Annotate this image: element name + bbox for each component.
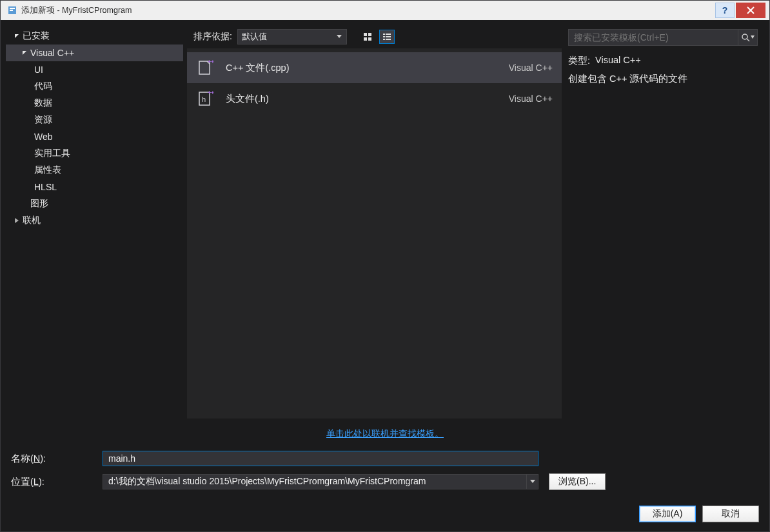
svg-marker-5 [15,34,19,38]
svg-text:++: ++ [208,90,213,96]
location-input[interactable] [103,474,527,489]
svg-rect-13 [383,34,385,35]
template-item-header[interactable]: h++ 头文件(.h) Visual C++ [187,83,562,114]
template-lang: Visual C++ [509,94,553,104]
template-toolbar: 排序依据: 默认值 [187,25,562,48]
type-value: Visual C++ [595,55,641,67]
location-dropdown[interactable] [527,474,538,489]
cpp-file-icon: ++ [196,59,214,77]
svg-point-24 [742,34,747,39]
add-button[interactable]: 添加(A) [639,506,696,522]
h-file-icon: h++ [196,90,214,108]
tree-child-data[interactable]: 数据 [6,95,183,112]
svg-marker-7 [15,218,19,223]
sort-value: 默认值 [242,31,267,43]
add-new-item-dialog: 添加新项 - MyFristCPromgram ? 已安装 Visual C++… [0,0,770,532]
tree-label: 属性表 [34,164,61,176]
caret-down-icon [12,33,21,39]
svg-rect-15 [383,36,385,37]
template-name: 头文件(.h) [226,93,497,105]
search-button[interactable] [738,29,758,46]
tree-child-resource[interactable]: 资源 [6,112,183,128]
view-grid-button[interactable] [360,30,375,44]
cancel-button[interactable]: 取消 [702,506,759,522]
svg-rect-17 [383,39,385,40]
search-input[interactable] [568,29,738,46]
template-lang: Visual C++ [509,63,553,73]
svg-text:++: ++ [208,59,213,65]
tree-label: 代码 [34,81,52,92]
svg-rect-12 [368,37,371,41]
svg-line-25 [747,39,749,41]
tree-child-props[interactable]: 属性表 [6,162,183,179]
tree-label: Web [34,132,53,142]
tree-installed[interactable]: 已安装 [6,28,183,44]
tree-child-code[interactable]: 代码 [6,78,183,95]
svg-rect-2 [10,10,13,11]
category-tree: 已安装 Visual C++ UI 代码 数据 资源 Web 实用工具 属性表 … [6,25,183,419]
detail-panel: 类型: Visual C++ 创建包含 C++ 源代码的文件 [562,25,764,419]
view-list-button[interactable] [379,30,395,44]
sort-label: 排序依据: [193,31,232,43]
caret-down-icon [20,50,29,56]
app-icon [7,5,17,15]
tree-child-utility[interactable]: 实用工具 [6,145,183,162]
tree-label: 联机 [23,215,41,226]
svg-marker-6 [23,51,26,55]
help-button[interactable]: ? [715,3,735,18]
template-item-cpp[interactable]: ++ C++ 文件(.cpp) Visual C++ [187,52,562,83]
type-label: 类型: [568,55,590,67]
template-list: ++ C++ 文件(.cpp) Visual C++ h++ 头文件(.h) V… [187,48,562,419]
svg-marker-8 [337,35,342,38]
tree-label: 已安装 [23,30,50,42]
tree-child-web[interactable]: Web [6,128,183,145]
svg-rect-16 [386,36,391,37]
tree-label: 资源 [34,114,52,126]
template-panel: 排序依据: 默认值 [187,25,562,419]
caret-right-icon [12,217,21,224]
svg-text:h: h [202,95,206,103]
tree-label: UI [34,64,43,75]
svg-rect-10 [368,33,371,36]
svg-rect-18 [386,39,391,40]
svg-rect-14 [386,34,391,35]
svg-rect-9 [364,33,367,36]
tree-visual-cpp[interactable]: Visual C++ [6,44,183,61]
svg-marker-26 [751,35,755,39]
browse-button[interactable]: 浏览(B)... [549,473,606,490]
tree-label: 图形 [30,198,48,210]
titlebar: 添加新项 - MyFristCPromgram ? [1,1,769,20]
tree-label: 数据 [34,97,52,109]
tree-child-ui[interactable]: UI [6,61,183,78]
template-description: 创建包含 C++ 源代码的文件 [568,72,758,85]
tree-graphics[interactable]: 图形 [6,195,183,212]
tree-label: 实用工具 [34,148,70,159]
sort-combo[interactable]: 默认值 [237,29,347,44]
name-label: 名称(N): [7,453,103,465]
svg-marker-27 [530,480,535,483]
online-templates-link-row: 单击此处以联机并查找模板。 [7,428,763,440]
tree-label: HLSL [34,182,57,192]
tree-online[interactable]: 联机 [6,212,183,229]
svg-rect-11 [364,37,367,41]
template-name: C++ 文件(.cpp) [226,62,497,74]
close-button[interactable] [736,3,765,18]
tree-label: Visual C++ [30,48,74,58]
tree-child-hlsl[interactable]: HLSL [6,179,183,195]
name-input[interactable] [103,451,538,466]
online-templates-link[interactable]: 单击此处以联机并查找模板。 [326,428,444,438]
window-title: 添加新项 - MyFristCPromgram [21,5,132,16]
chevron-down-icon [336,34,342,40]
svg-rect-1 [10,8,15,9]
location-label: 位置(L): [7,476,103,488]
